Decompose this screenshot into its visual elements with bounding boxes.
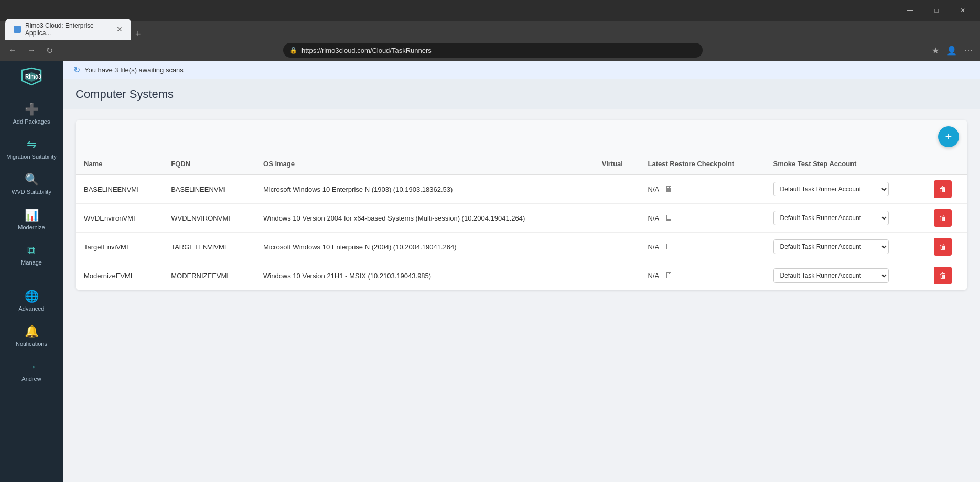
cell-checkpoint: N/A🖥	[639, 233, 764, 261]
cell-name: BASELINEENVMI	[76, 174, 163, 204]
sidebar-item-manage[interactable]: ⧉ Manage	[0, 238, 63, 271]
cell-os-image: Microsoft Windows 10 Enterprise N (2004)…	[255, 233, 594, 261]
content-area: + Name FQDN OS Image Virtual Latest Rest…	[63, 109, 980, 482]
cell-fqdn: MODERNIZEEVMI	[163, 261, 255, 290]
cell-actions: 🗑	[925, 233, 967, 261]
desktop-icon: 🖥	[664, 271, 673, 280]
cell-name: WVDEnvironVMI	[76, 204, 163, 233]
account-select[interactable]: Default Task Runner Account	[773, 182, 889, 196]
cell-account[interactable]: Default Task Runner Account	[765, 204, 925, 233]
maximize-button[interactable]: □	[924, 2, 949, 19]
col-os-image: OS Image	[255, 154, 594, 174]
cell-fqdn: WVDENVIRONVMI	[163, 204, 255, 233]
sidebar-item-wvd-suitability[interactable]: 🔍 WVD Suitability	[0, 168, 63, 201]
table-row: BASELINEENVMIBASELINEENVMIMicrosoft Wind…	[76, 174, 967, 204]
page-title: Computer Systems	[76, 87, 967, 101]
cell-os-image: Microsoft Windows 10 Enterprise N (1903)…	[255, 174, 594, 204]
col-actions	[925, 154, 967, 174]
account-select[interactable]: Default Task Runner Account	[773, 211, 889, 225]
browser-chrome: — □ ✕	[0, 0, 980, 21]
delete-button[interactable]: 🗑	[934, 267, 952, 284]
table-row: TargetEnviVMITARGETENVIVMIMicrosoft Wind…	[76, 233, 967, 261]
advanced-icon: 🌐	[25, 290, 39, 303]
table-toolbar: +	[76, 120, 967, 154]
logo-mark: Rimo3	[19, 66, 44, 87]
tab-favicon	[14, 26, 21, 33]
favorites-icon[interactable]: ★	[930, 43, 941, 58]
tab-bar: Rimo3 Cloud: Enterprise Applica... ✕ +	[0, 21, 980, 40]
wvd-icon: 🔍	[25, 173, 39, 187]
cell-actions: 🗑	[925, 261, 967, 290]
col-name: Name	[76, 154, 163, 174]
sidebar-label-notifications: Notifications	[16, 341, 47, 347]
cell-actions: 🗑	[925, 204, 967, 233]
cell-account[interactable]: Default Task Runner Account	[765, 174, 925, 204]
cell-checkpoint: N/A🖥	[639, 261, 764, 290]
svg-text:Rimo3: Rimo3	[25, 74, 41, 80]
table-row: ModernizeEVMIMODERNIZEEVMIWindows 10 Ver…	[76, 261, 967, 290]
cell-os-image: Windows 10 Version 21H1 - MSIX (10.2103.…	[255, 261, 594, 290]
sidebar-item-andrew[interactable]: → Andrew	[0, 355, 63, 388]
sidebar-label-andrew: Andrew	[21, 376, 41, 382]
user-icon: →	[26, 360, 37, 374]
window-controls[interactable]: — □ ✕	[898, 2, 975, 19]
back-button[interactable]: ←	[5, 43, 20, 57]
main-content: ↻ You have 3 file(s) awaiting scans Comp…	[63, 61, 980, 482]
settings-icon[interactable]: ⋯	[962, 43, 975, 58]
sidebar-item-modernize[interactable]: 📊 Modernize	[0, 203, 63, 236]
sidebar-item-notifications[interactable]: 🔔 Notifications	[0, 320, 63, 353]
table-header-row: Name FQDN OS Image Virtual Latest Restor…	[76, 154, 967, 174]
sidebar-item-add-packages[interactable]: ➕ Add Packages	[0, 97, 63, 130]
address-box[interactable]: 🔒 https://rimo3cloud.com/Cloud/TaskRunne…	[283, 43, 703, 58]
delete-button[interactable]: 🗑	[934, 238, 952, 256]
add-computer-button[interactable]: +	[938, 126, 959, 147]
desktop-icon: 🖥	[664, 242, 673, 251]
sidebar-divider	[13, 278, 50, 278]
col-fqdn: FQDN	[163, 154, 255, 174]
cell-account[interactable]: Default Task Runner Account	[765, 233, 925, 261]
sidebar-label-add-packages: Add Packages	[13, 118, 50, 125]
delete-button[interactable]: 🗑	[934, 209, 952, 227]
reload-button[interactable]: ↻	[43, 43, 56, 58]
col-checkpoint: Latest Restore Checkpoint	[639, 154, 764, 174]
cell-checkpoint: N/A🖥	[639, 204, 764, 233]
table-row: WVDEnvironVMIWVDENVIRONVMIWindows 10 Ver…	[76, 204, 967, 233]
cell-account[interactable]: Default Task Runner Account	[765, 261, 925, 290]
close-button[interactable]: ✕	[951, 2, 975, 19]
add-packages-icon: ➕	[25, 103, 39, 116]
desktop-icon: 🖥	[664, 184, 673, 194]
refresh-icon: ↻	[73, 65, 80, 75]
col-account: Smoke Test Step Account	[765, 154, 925, 174]
lock-icon: 🔒	[289, 47, 297, 54]
sidebar-label-wvd: WVD Suitability	[12, 189, 51, 195]
minimize-button[interactable]: —	[898, 2, 922, 19]
modernize-icon: 📊	[25, 209, 39, 222]
profile-icon[interactable]: 👤	[944, 43, 959, 58]
delete-button[interactable]: 🗑	[934, 180, 952, 198]
tab-close-button[interactable]: ✕	[116, 25, 123, 34]
account-select[interactable]: Default Task Runner Account	[773, 268, 889, 283]
cell-actions: 🗑	[925, 174, 967, 204]
tab-title: Rimo3 Cloud: Enterprise Applica...	[25, 22, 112, 37]
col-virtual: Virtual	[594, 154, 640, 174]
desktop-icon: 🖥	[664, 213, 673, 223]
sidebar: Rimo3 ➕ Add Packages ⇋ Migration Suitabi…	[0, 61, 63, 482]
notifications-icon: 🔔	[25, 325, 39, 338]
cell-fqdn: BASELINEENVMI	[163, 174, 255, 204]
sidebar-item-advanced[interactable]: 🌐 Advanced	[0, 284, 63, 317]
cell-checkpoint: N/A🖥	[639, 174, 764, 204]
new-tab-button[interactable]: +	[135, 29, 141, 40]
logo: Rimo3	[19, 66, 44, 87]
sidebar-item-migration-suitability[interactable]: ⇋ Migration Suitability	[0, 133, 63, 166]
notification-message: You have 3 file(s) awaiting scans	[84, 66, 184, 74]
account-select[interactable]: Default Task Runner Account	[773, 239, 889, 254]
computer-systems-table: Name FQDN OS Image Virtual Latest Restor…	[76, 154, 967, 290]
migration-icon: ⇋	[27, 138, 36, 151]
forward-button[interactable]: →	[24, 43, 39, 57]
cell-name: TargetEnviVMI	[76, 233, 163, 261]
sidebar-label-advanced: Advanced	[19, 305, 45, 312]
cell-os-image: Windows 10 Version 2004 for x64-based Sy…	[255, 204, 594, 233]
cell-virtual	[594, 261, 640, 290]
active-tab[interactable]: Rimo3 Cloud: Enterprise Applica... ✕	[5, 19, 131, 40]
table-container: + Name FQDN OS Image Virtual Latest Rest…	[76, 120, 967, 290]
